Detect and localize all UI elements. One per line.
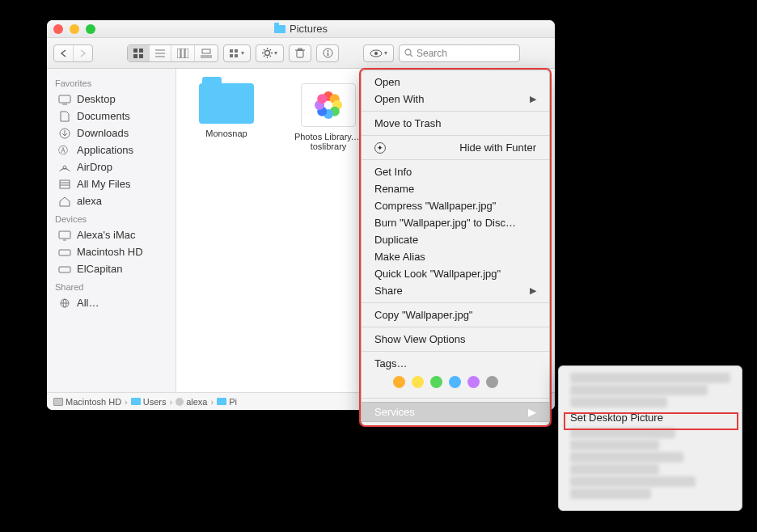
submenu-item-set-desktop-picture[interactable]: Set Desktop Picture [559,409,742,426]
arrange-button[interactable]: ▾ [223,44,251,62]
titlebar: Pictures [47,20,555,38]
svg-point-33 [374,52,378,55]
submenu-item-blurred[interactable] [570,440,659,450]
submenu-item-blurred[interactable] [570,464,659,475]
menu-item-copy[interactable]: Copy "Wallpaper.jpg" [362,306,549,323]
back-button[interactable] [54,45,74,61]
tag-yellow[interactable] [412,376,424,388]
submenu-item-blurred[interactable] [570,397,667,407]
submenu-arrow-icon: ▶ [528,406,536,418]
menu-item-hide-with-funter[interactable]: ✦Hide with Funter [362,139,549,156]
sidebar-item-all-shared[interactable]: All… [47,294,176,311]
icon-view-button[interactable] [128,45,150,61]
tag-blue[interactable] [449,376,461,388]
chevron-right-icon: › [210,397,214,407]
pathbar-crumb[interactable]: Pi [217,397,237,407]
menu-item-burn[interactable]: Burn "Wallpaper.jpg" to Disc… [362,214,549,231]
svg-rect-8 [181,49,184,58]
gear-icon [262,48,273,58]
trash-button[interactable] [289,44,311,62]
search-field[interactable]: Search [399,44,520,62]
menu-item-rename[interactable]: Rename [362,180,549,197]
search-placeholder: Search [417,48,447,59]
menu-item-services[interactable]: Services▶ [362,402,549,422]
svg-rect-14 [235,49,238,53]
column-view-button[interactable] [171,45,195,61]
minimize-window-button[interactable] [70,24,79,34]
svg-rect-46 [59,250,70,255]
sidebar-item-home[interactable]: alexa [47,192,176,209]
svg-rect-9 [185,49,188,58]
airdrop-icon [58,162,71,173]
coverflow-view-button[interactable] [195,45,218,61]
menu-item-tags-label: Tags… [362,355,549,372]
svg-line-23 [270,56,271,57]
sidebar-item-imac[interactable]: Alexa's iMac [47,226,176,243]
menu-item-make-alias[interactable]: Make Alias [362,248,549,265]
tag-green[interactable] [430,376,442,388]
disk-icon [58,264,71,275]
sidebar-item-applications[interactable]: ⒶApplications [47,141,176,158]
svg-line-35 [410,54,412,57]
menu-item-move-to-trash[interactable]: Move to Trash [362,115,549,132]
submenu-item-blurred[interactable] [570,476,696,487]
window-title-text: Pictures [290,23,328,35]
submenu-item-blurred[interactable] [570,385,708,395]
tag-gray[interactable] [486,376,498,388]
funter-icon: ✦ [374,142,386,154]
tag-purple[interactable] [467,376,480,388]
chevron-right-icon: › [125,397,128,407]
svg-rect-47 [59,267,70,272]
sidebar-section-favorites: Favorites [47,74,176,91]
zoom-window-button[interactable] [86,24,95,34]
folder-icon [131,398,141,405]
tag-orange[interactable] [393,376,405,388]
action-button[interactable]: ▾ [256,44,284,62]
sidebar-item-macintoshhd[interactable]: Macintosh HD [47,243,176,260]
menu-item-share[interactable]: Share▶ [362,282,549,299]
disk-icon [58,247,71,258]
menu-item-view-options[interactable]: Show View Options [362,331,549,348]
submenu-item-blurred[interactable] [570,373,730,383]
svg-rect-26 [297,50,303,57]
menu-item-open[interactable]: Open [362,74,549,91]
nav-buttons [53,44,93,62]
menu-item-open-with[interactable]: Open With▶ [362,91,549,108]
menu-item-duplicate[interactable]: Duplicate [362,231,549,248]
menu-item-get-info[interactable]: Get Info [362,163,549,180]
pathbar-crumb[interactable]: Users [131,397,167,407]
menu-item-compress[interactable]: Compress "Wallpaper.jpg" [362,197,549,214]
menu-item-quick-look[interactable]: Quick Look "Wallpaper.jpg" [362,265,549,282]
context-menu: Open Open With▶ Move to Trash ✦Hide with… [361,70,550,426]
menu-separator [362,111,549,112]
submenu-item-blurred[interactable] [570,428,675,438]
file-label: Monosnap [205,129,247,138]
view-switcher [127,44,218,62]
home-icon [176,398,184,406]
sidebar-item-documents[interactable]: Documents [47,108,176,125]
submenu-item-blurred[interactable] [570,488,651,499]
get-info-button[interactable] [316,44,339,62]
sidebar-item-elcapitan[interactable]: ElCapitan [47,260,176,277]
menu-separator [362,135,549,136]
svg-rect-1 [139,49,143,53]
pathbar-crumb[interactable]: alexa [176,397,207,407]
file-item-photoslibrary[interactable]: Photos Library.…toslibrary [290,83,367,151]
svg-text:Ⓐ: Ⓐ [58,145,68,156]
close-window-button[interactable] [53,24,63,34]
folder-icon [199,83,254,124]
sidebar-item-desktop[interactable]: Desktop [47,91,176,108]
submenu-item-blurred[interactable] [570,452,683,462]
forward-button[interactable] [74,45,92,61]
sidebar-item-allmyfiles[interactable]: All My Files [47,175,176,192]
list-view-button[interactable] [150,45,171,61]
svg-rect-41 [60,180,70,188]
sidebar-section-shared: Shared [47,277,176,294]
sidebar-item-airdrop[interactable]: AirDrop [47,158,176,175]
sidebar-item-downloads[interactable]: Downloads [47,125,176,141]
file-item-monosnap[interactable]: Monosnap [188,83,265,138]
menu-separator [362,351,549,352]
pathbar-crumb[interactable]: Macintosh HD [53,397,121,407]
preview-button[interactable]: ▾ [363,44,394,62]
tag-red[interactable] [374,376,387,388]
